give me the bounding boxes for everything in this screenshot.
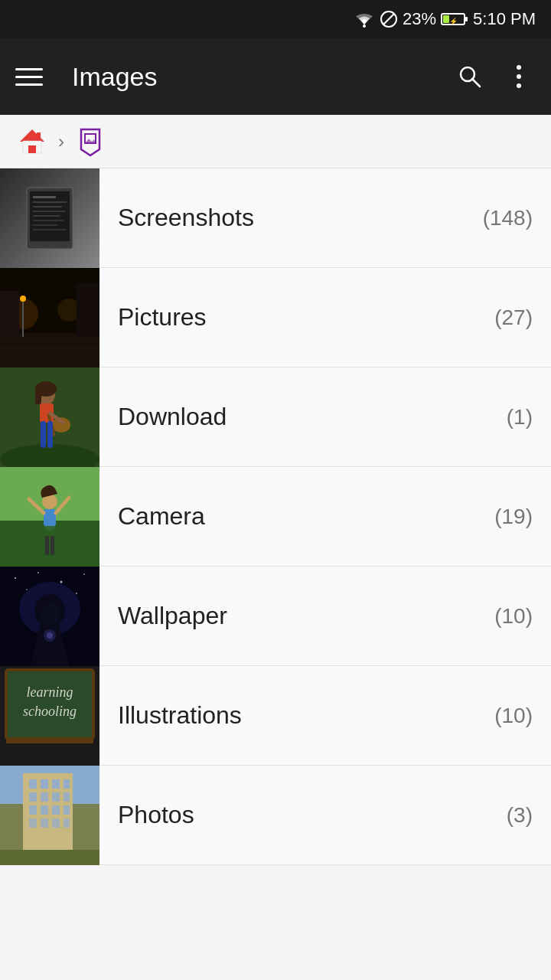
svg-rect-20 [33, 196, 56, 198]
hamburger-line-2 [15, 76, 43, 78]
camera-thumb-image [0, 467, 99, 567]
svg-rect-83 [41, 792, 48, 802]
no-signal-icon [380, 10, 398, 28]
status-icons: 23% ⚡ 5:10 PM [354, 9, 536, 29]
list-item-illustrations-name: Illustrations [118, 701, 476, 730]
svg-rect-81 [64, 779, 70, 789]
hamburger-menu-button[interactable] [15, 60, 49, 93]
list-item-illustrations[interactable]: learning schooling Illustrations (10) [0, 666, 551, 766]
thumbnail-camera [0, 467, 99, 567]
list-item-pictures-info: Pictures [99, 303, 494, 332]
list-item-download[interactable]: Download (1) [0, 368, 551, 467]
hamburger-line-3 [15, 83, 43, 86]
svg-rect-27 [33, 229, 67, 230]
list-item-download-name: Download [118, 403, 488, 431]
more-options-button[interactable] [502, 60, 536, 93]
illustrations-thumb-image: learning schooling [0, 666, 99, 758]
list-item-illustrations-info: Illustrations [99, 701, 494, 730]
svg-rect-88 [52, 805, 60, 815]
hamburger-line-1 [15, 68, 43, 70]
breadcrumb-chevron: › [58, 131, 64, 152]
svg-rect-14 [28, 145, 36, 153]
status-bar: 23% ⚡ 5:10 PM [0, 0, 551, 38]
list-item-photos[interactable]: Photos (3) [0, 766, 551, 865]
gallery-icon [75, 126, 106, 157]
list-item-camera-name: Camera [118, 502, 476, 531]
svg-rect-90 [29, 818, 37, 828]
svg-rect-4 [465, 17, 468, 21]
search-button[interactable] [453, 60, 487, 93]
home-icon [15, 125, 49, 158]
list-item-screenshots-name: Screenshots [118, 204, 465, 232]
svg-rect-57 [51, 536, 54, 555]
breadcrumb-home-button[interactable] [15, 125, 49, 158]
app-bar: Images [0, 38, 551, 115]
list-item-download-count: (1) [507, 405, 551, 430]
svg-point-69 [47, 632, 53, 639]
svg-rect-53 [44, 509, 56, 526]
list-item-wallpaper-row: Wallpaper (10) [99, 602, 551, 630]
svg-point-64 [76, 593, 77, 594]
svg-rect-92 [52, 818, 60, 828]
svg-rect-33 [77, 283, 99, 337]
svg-text:learning: learning [27, 684, 73, 700]
list-item-screenshots[interactable]: Screenshots (148) [0, 168, 551, 268]
svg-point-59 [15, 577, 16, 579]
more-options-icon [515, 64, 523, 90]
svg-point-61 [60, 580, 63, 583]
svg-point-10 [517, 74, 521, 79]
list-item-photos-info: Photos [99, 801, 507, 829]
svg-rect-86 [29, 805, 37, 815]
svg-point-0 [363, 24, 366, 28]
folder-list: Screenshots (148) [0, 168, 551, 865]
svg-rect-74 [6, 737, 93, 743]
battery-icon: ⚡ [441, 11, 468, 28]
svg-rect-85 [64, 792, 70, 802]
list-item-wallpaper-count: (10) [494, 604, 551, 629]
list-item-wallpaper[interactable]: Wallpaper (10) [0, 567, 551, 666]
list-item-screenshots-row: Screenshots (148) [99, 204, 551, 232]
svg-rect-24 [33, 215, 60, 217]
svg-rect-89 [64, 805, 70, 815]
svg-point-62 [83, 573, 85, 575]
svg-rect-82 [29, 792, 37, 802]
screenshots-thumb-image [19, 184, 80, 253]
battery-percent: 23% [403, 9, 436, 29]
list-item-wallpaper-info: Wallpaper [99, 602, 494, 630]
svg-line-8 [472, 79, 480, 87]
svg-rect-84 [52, 792, 60, 802]
list-item-camera[interactable]: Camera (19) [0, 467, 551, 567]
app-title: Images [72, 62, 438, 92]
svg-rect-93 [64, 818, 70, 828]
status-time: 5:10 PM [473, 9, 536, 29]
wallpaper-thumb-image [0, 567, 99, 666]
svg-text:schooling: schooling [23, 704, 77, 719]
download-thumb-image [0, 368, 99, 467]
thumbnail-wallpaper [0, 567, 99, 666]
list-item-pictures[interactable]: Pictures (27) [0, 268, 551, 368]
list-item-illustrations-row: Illustrations (10) [99, 701, 551, 730]
thumbnail-screenshots [0, 168, 99, 268]
svg-point-11 [517, 83, 521, 88]
svg-rect-21 [33, 201, 67, 203]
svg-rect-26 [33, 224, 57, 226]
breadcrumb-gallery-button[interactable] [73, 125, 107, 158]
svg-point-35 [20, 296, 26, 302]
breadcrumb: › [0, 115, 551, 168]
list-item-camera-row: Camera (19) [99, 502, 551, 531]
svg-rect-87 [41, 805, 48, 815]
svg-line-2 [383, 14, 394, 24]
thumbnail-illustrations: learning schooling [0, 666, 99, 766]
svg-rect-32 [0, 291, 19, 337]
list-item-pictures-count: (27) [494, 305, 551, 330]
list-item-screenshots-info: Screenshots [99, 204, 483, 232]
list-item-wallpaper-name: Wallpaper [118, 602, 476, 630]
thumbnail-pictures [0, 268, 99, 368]
svg-marker-12 [20, 129, 44, 142]
svg-rect-23 [33, 211, 65, 212]
list-item-photos-name: Photos [118, 801, 488, 829]
list-item-pictures-name: Pictures [118, 303, 476, 332]
svg-point-60 [37, 572, 39, 573]
list-item-photos-row: Photos (3) [99, 801, 551, 829]
thumbnail-photos [0, 766, 99, 865]
